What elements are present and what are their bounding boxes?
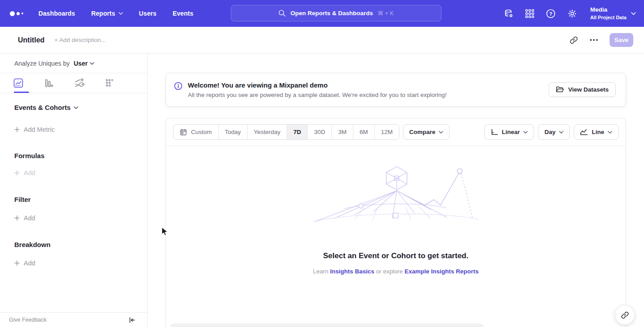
chevron-down-icon [608,131,612,134]
plus-icon [14,215,20,221]
logo-dot [10,11,15,16]
settings-gear-icon[interactable] [567,8,577,19]
insights-basics-link[interactable]: Insights Basics [330,268,374,275]
tab-line-chart[interactable] [13,78,23,88]
apps-grid-icon[interactable] [525,9,534,18]
tab-flow-chart[interactable] [74,78,85,88]
chart-type-selector-button[interactable]: Line [574,124,619,140]
tab-scatter-metrics[interactable] [105,78,115,88]
calendar-icon [180,129,187,136]
mixpanel-logo[interactable] [10,11,23,16]
scale-label: Linear [502,129,520,135]
date-range-30d[interactable]: 30D [307,125,331,139]
date-range-7d[interactable]: 7D [287,125,307,139]
formulas-heading: Formulas [14,152,147,159]
chevron-down-icon [559,131,564,134]
save-button[interactable]: Save [610,33,633,47]
global-search[interactable]: Open Reports & Dashboards ⌘ + K [231,5,441,21]
date-range-custom-label: Custom [191,129,212,135]
axes-icon [491,129,498,136]
plus-icon [14,170,20,176]
breakdown-label: Breakdown [14,241,51,248]
help-icon[interactable]: ? [546,8,556,19]
info-icon [174,82,182,90]
filter-heading: Filter [14,196,147,203]
chevron-down-icon [119,12,123,15]
link-icon [621,311,629,319]
date-range-6m[interactable]: 6M [353,125,374,139]
empty-state: Select an Event or Cohort to get started… [166,146,626,275]
welcome-banner: Welcome! You are viewing a Mixpanel demo… [165,73,626,107]
svg-text:?: ? [549,11,552,16]
chevron-down-icon [439,131,443,134]
filter-label: Filter [14,196,31,203]
top-nav: Dashboards Reports Users Events Open Rep… [0,0,644,27]
events-cohorts-heading[interactable]: Events & Cohorts [14,104,147,111]
folder-icon [556,86,564,93]
chevron-down-icon [90,62,94,65]
add-metric-label: Add Metric [24,126,55,133]
view-datasets-label: View Datasets [568,86,609,93]
more-options-icon[interactable] [590,39,598,41]
date-range-custom[interactable]: Custom [174,125,218,139]
selected-tab-indicator [14,92,29,93]
learn-text: Learn [313,268,329,275]
add-formula-button[interactable]: Add [14,169,147,176]
report-canvas: Welcome! You are viewing a Mixpanel demo… [148,54,644,327]
date-range-yesterday[interactable]: Yesterday [247,125,287,139]
interval-label: Day [544,129,555,135]
plus-icon [14,260,20,266]
view-datasets-button[interactable]: View Datasets [549,82,616,97]
banner-title: Welcome! You are viewing a Mixpanel demo [188,81,447,89]
banner-subtitle: All the reports you see are powered by a… [188,92,447,98]
insights-chart-card: Custom Today Yesterday 7D 30D 3M 6M 12M … [165,118,626,327]
empty-state-title: Select an Event or Cohort to get started… [323,252,469,260]
analyze-label: Analyze Uniques by [14,60,70,67]
add-formula-label: Add [24,169,35,176]
search-icon [278,9,286,17]
copy-link-icon[interactable] [569,36,578,45]
compare-label: Compare [409,129,436,135]
query-builder-sidebar: Analyze Uniques by User [0,54,148,327]
tab-bar-chart[interactable] [44,78,54,88]
logo-dot [17,12,20,15]
example-insights-reports-link[interactable]: Example Insights Reports [405,268,479,275]
date-range-3m[interactable]: 3M [331,125,353,139]
add-breakdown-label: Add [24,260,35,267]
interval-selector-button[interactable]: Day [538,124,570,140]
nav-reports[interactable]: Reports [91,10,123,17]
date-range-today[interactable]: Today [218,125,247,139]
chevron-down-icon [523,131,528,134]
nav-dashboards[interactable]: Dashboards [38,10,75,17]
add-metric-button[interactable]: Add Metric [14,126,147,133]
analyze-by-value: User [74,60,88,67]
date-range-12m[interactable]: 12M [374,125,399,139]
give-feedback-link[interactable]: Give Feedback [9,317,47,323]
scale-selector-button[interactable]: Linear [484,124,534,140]
nav-users[interactable]: Users [139,10,157,17]
chevron-down-icon [74,106,78,109]
project-switcher[interactable]: Media All Project Data [590,6,636,21]
results-table-peek [170,323,484,327]
analyze-by-dropdown[interactable]: User [74,60,94,67]
add-filter-button[interactable]: Add [14,214,147,222]
chart-type-label: Line [592,129,604,135]
project-name: Media [590,6,627,14]
search-shortcut: ⌘ + K [377,10,394,17]
share-link-fab[interactable] [615,305,635,325]
collapse-sidebar-icon[interactable] [129,317,136,323]
report-title-bar: Untitled + Add description... Save [0,27,644,54]
data-management-icon[interactable] [504,8,514,19]
search-placeholder: Open Reports & Dashboards [290,10,373,17]
formulas-label: Formulas [14,152,45,159]
add-breakdown-button[interactable]: Add [14,260,147,267]
explore-text: or explore [376,268,403,275]
report-description-placeholder[interactable]: + Add description... [55,37,106,43]
compare-button[interactable]: Compare [403,124,450,140]
breakdown-heading: Breakdown [14,241,147,248]
nav-events[interactable]: Events [173,10,194,17]
date-range-group: Custom Today Yesterday 7D 30D 3M 6M 12M [173,124,399,140]
empty-state-links: Learn Insights Basics or explore Example… [313,268,479,275]
report-title[interactable]: Untitled [18,36,45,44]
logo-dot [21,13,23,14]
